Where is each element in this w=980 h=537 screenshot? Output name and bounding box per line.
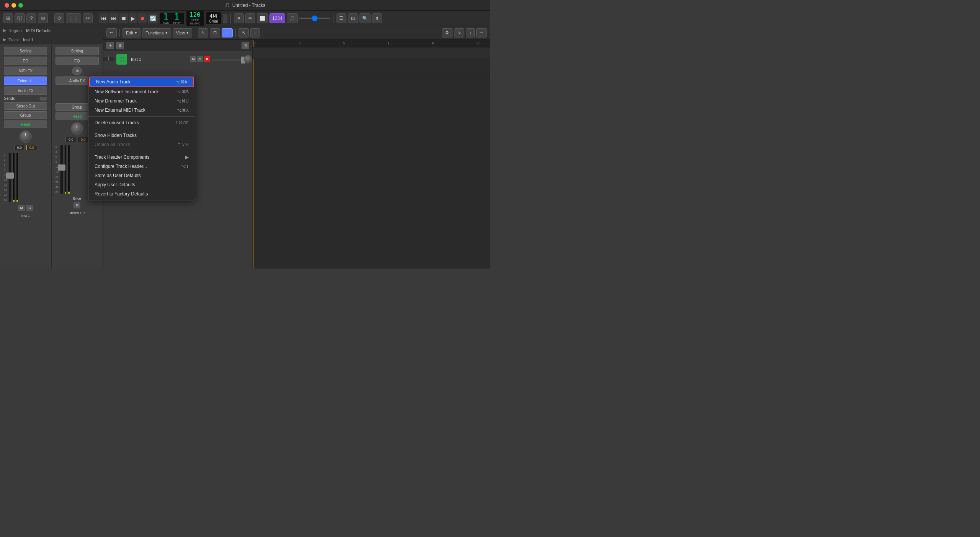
menu-item-configure-track-header[interactable]: Configure Track Header... ⌥T: [88, 162, 195, 171]
toolbar-info-btn[interactable]: ⓘ: [15, 13, 25, 23]
pan-knob-ch1[interactable]: [20, 130, 32, 143]
track-content-area: [253, 59, 490, 268]
midifx-btn-ch1[interactable]: MIDI FX: [4, 67, 47, 75]
maximize-button[interactable]: [18, 3, 23, 8]
toolbar-help-btn[interactable]: ?: [26, 13, 36, 23]
fader-track-ch2[interactable]: [60, 145, 63, 194]
view-chevron-icon: ▾: [186, 30, 189, 35]
menu-item-new-external-midi[interactable]: New External MIDI Track ⌥⌘X: [88, 106, 195, 115]
track-s-btn[interactable]: S: [197, 56, 203, 62]
menu-item-show-hidden-label: Show Hidden Tracks: [95, 133, 137, 138]
pointer-tool-btn[interactable]: ↖: [238, 28, 249, 37]
fader-inner-ch1: [8, 153, 47, 202]
setting-btn-ch1[interactable]: Setting: [4, 47, 47, 55]
eq-btn-ch1[interactable]: EQ: [4, 57, 47, 65]
pencil-btn[interactable]: ✏: [245, 13, 255, 23]
tuner-icon: 🎵: [289, 16, 295, 21]
edit-menu-btn[interactable]: Edit ▾: [122, 28, 140, 37]
fast-forward-button[interactable]: ⏭: [109, 13, 118, 23]
x-icon: ✕: [237, 16, 241, 21]
menu-item-revert-label: Revert to Factory Defaults: [95, 191, 148, 197]
track-number: 1: [103, 57, 114, 61]
link-btn-ch2[interactable]: ⊗: [72, 67, 82, 75]
rewind-button[interactable]: ⏮: [99, 13, 108, 23]
toolbar-sep-1: [51, 14, 51, 23]
menu-item-store-defaults[interactable]: Store as User Defaults: [88, 171, 195, 180]
menu-item-new-software-instrument[interactable]: New Software Instrument Track ⌥⌘S: [88, 87, 195, 96]
minimize-button[interactable]: [11, 3, 16, 8]
read-btn-ch1[interactable]: Read: [4, 120, 47, 128]
search-btn[interactable]: 🔍: [359, 13, 371, 23]
playhead[interactable]: [253, 40, 253, 47]
scissors-tool-btn[interactable]: ↖: [198, 28, 208, 37]
audiofx-btn-ch1[interactable]: Audio FX: [4, 86, 47, 95]
view-menu-btn[interactable]: View ▾: [173, 28, 193, 37]
stereoout-ch1[interactable]: Stereo Out: [4, 102, 47, 110]
toolbar-notepad-btn[interactable]: ✉: [38, 13, 48, 23]
sends-toggle-ch1[interactable]: [39, 97, 47, 101]
close-button[interactable]: [5, 3, 9, 8]
record-button[interactable]: ⏺: [138, 13, 147, 23]
track-m-btn[interactable]: M: [190, 56, 196, 62]
list-btn[interactable]: ☰: [336, 13, 346, 23]
bottom-m-btn-ch2[interactable]: M: [74, 202, 80, 208]
count-btn[interactable]: 1234: [270, 13, 285, 23]
track-pan-knob[interactable]: [244, 55, 252, 63]
fader-handle-ch2[interactable]: [58, 164, 65, 171]
menu-item-delete-unused[interactable]: Delete unused Tracks ⇧⌘⌫: [88, 118, 195, 127]
play-button[interactable]: ▶: [129, 13, 137, 23]
external-btn-ch1[interactable]: External I: [4, 76, 47, 85]
toolbar-library-btn[interactable]: ⊞: [3, 13, 13, 23]
track-label: Track:: [8, 37, 20, 42]
cycle-button[interactable]: 🔃: [148, 13, 158, 23]
titlebar: 🎵 Untitled - Tracks: [0, 0, 490, 11]
waveform-btn[interactable]: ∿: [454, 28, 464, 37]
bar-value: 1: [163, 12, 169, 21]
zoom-height-btn[interactable]: ↕: [466, 28, 475, 37]
zoom-slider[interactable]: [299, 18, 330, 19]
menu-item-apply-defaults[interactable]: Apply User Defaults: [88, 180, 195, 189]
cursor-tool-btn[interactable]: ↔: [222, 28, 233, 37]
setting-btn-ch2[interactable]: Setting: [56, 47, 99, 55]
pan-knob-ch2[interactable]: [71, 122, 83, 135]
share-btn[interactable]: ⬆: [372, 13, 382, 23]
list-icon: ☰: [339, 16, 343, 21]
master-btn[interactable]: ✕: [234, 13, 244, 23]
expand-btn[interactable]: ⊡: [242, 42, 249, 49]
editor-btn[interactable]: ⊡: [348, 13, 358, 23]
toolbar-mixer-btn[interactable]: ⋮⋮: [66, 13, 81, 23]
bottom-m-btn-ch1[interactable]: M: [18, 205, 25, 211]
fit-btn[interactable]: ⊣: [476, 28, 487, 37]
menu-item-show-hidden[interactable]: Show Hidden Tracks: [88, 131, 195, 140]
metronome-icon: ⟳: [57, 15, 62, 21]
toolbar-metronome-btn[interactable]: ⟳: [54, 13, 64, 23]
bottom-s-btn-ch1[interactable]: S: [26, 205, 33, 211]
menu-item-revert-factory[interactable]: Revert to Factory Defaults: [88, 189, 195, 199]
toolbar-cut-btn[interactable]: ✂: [83, 13, 93, 23]
gear-btn[interactable]: ⚙: [442, 28, 452, 37]
snap-btn[interactable]: ⬜: [257, 13, 268, 23]
menu-item-track-header-components[interactable]: Track Header Components ▶: [88, 153, 195, 162]
menu-item-new-audio-track[interactable]: New Audio Track ⌥⌘A: [89, 76, 194, 87]
tempo-section[interactable]: 120 KEEPTEMPO: [186, 10, 204, 26]
menu-item-unhide-all-shortcut: ⌃⌥H: [177, 142, 189, 147]
timesig-section[interactable]: 4/4 Cmaj: [206, 12, 221, 24]
stop-button[interactable]: ⏹: [119, 13, 128, 23]
add-track-alt-btn[interactable]: ≡: [116, 42, 124, 49]
back-arrow-btn[interactable]: ↩: [106, 28, 117, 37]
ruler-mark-3: 3: [299, 41, 301, 45]
eq-btn-ch2[interactable]: EQ: [56, 57, 99, 65]
track-r-btn[interactable]: R: [204, 56, 210, 62]
region-tool-btn[interactable]: ⊡: [210, 28, 220, 37]
functions-menu-btn[interactable]: Functions ▾: [142, 28, 171, 37]
tuner-btn[interactable]: 🎵: [287, 13, 298, 23]
add-track-btn[interactable]: +: [106, 42, 114, 49]
plus-tool-btn[interactable]: +: [250, 28, 260, 37]
cycle-icon: 🔃: [150, 15, 156, 21]
fader-track-ch1[interactable]: [8, 153, 11, 202]
timesig-dropdown-btn[interactable]: [223, 14, 227, 23]
menu-item-new-drummer[interactable]: New Drummer Track ⌥⌘U: [88, 96, 195, 106]
fader-handle-ch1[interactable]: [6, 172, 14, 179]
menu-item-track-header-arrow: ▶: [185, 155, 189, 160]
group-btn-ch1[interactable]: Group: [4, 111, 47, 119]
